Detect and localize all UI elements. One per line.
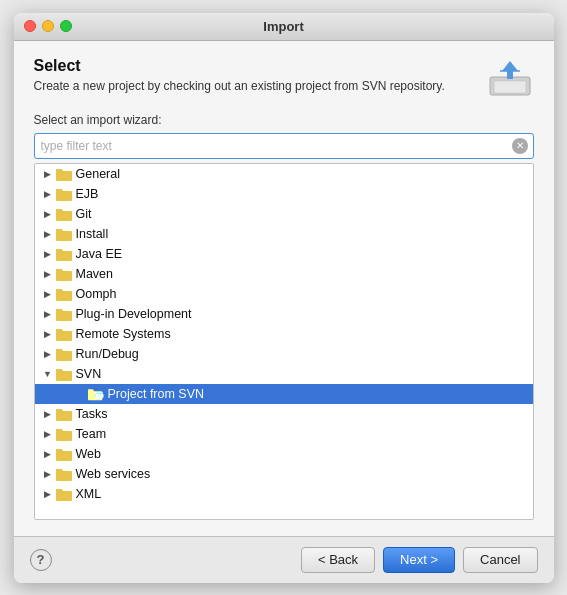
maximize-button[interactable] (60, 20, 72, 32)
footer-buttons: < Back Next > Cancel (301, 547, 538, 573)
item-label-tasks: Tasks (76, 407, 527, 421)
item-icon-run-debug (56, 346, 72, 362)
item-icon-tasks (56, 406, 72, 422)
item-label-oomph: Oomph (76, 287, 527, 301)
tree-item-install[interactable]: ▶ Install (35, 224, 533, 244)
item-label-remote-systems: Remote Systems (76, 327, 527, 341)
tree-item-xml[interactable]: ▶ XML (35, 484, 533, 504)
item-label-java-ee: Java EE (76, 247, 527, 261)
header-section: Select Create a new project by checking … (34, 57, 534, 99)
tree-item-java-ee[interactable]: ▶ Java EE (35, 244, 533, 264)
item-icon-svn (56, 366, 72, 382)
svg-text:SVN: SVN (96, 393, 104, 398)
toggle-icon-remote-systems: ▶ (41, 327, 55, 341)
filter-clear-button[interactable]: ✕ (512, 138, 528, 154)
import-dialog: Import Select Create a new project by ch… (14, 13, 554, 583)
item-icon-oomph (56, 286, 72, 302)
window-controls (24, 20, 72, 32)
item-icon-ejb (56, 186, 72, 202)
tree-item-svn[interactable]: ▼ SVN (35, 364, 533, 384)
item-label-xml: XML (76, 487, 527, 501)
next-button[interactable]: Next > (383, 547, 455, 573)
item-icon-maven (56, 266, 72, 282)
toggle-icon-maven: ▶ (41, 267, 55, 281)
item-icon-git (56, 206, 72, 222)
svg-rect-1 (494, 81, 526, 93)
toggle-icon-install: ▶ (41, 227, 55, 241)
import-wizard-tree: ▶ General▶ EJB▶ Git▶ Install▶ Java EE▶ M… (34, 163, 534, 520)
footer-left: ? (30, 549, 52, 571)
filter-container: ✕ (34, 133, 534, 159)
item-icon-web (56, 446, 72, 462)
tree-item-plugin-dev[interactable]: ▶ Plug-in Development (35, 304, 533, 324)
tree-item-web[interactable]: ▶ Web (35, 444, 533, 464)
tree-item-web-services[interactable]: ▶ Web services (35, 464, 533, 484)
item-icon-remote-systems (56, 326, 72, 342)
item-icon-team (56, 426, 72, 442)
toggle-icon-team: ▶ (41, 427, 55, 441)
item-label-web: Web (76, 447, 527, 461)
tree-item-ejb[interactable]: ▶ EJB (35, 184, 533, 204)
title-bar: Import (14, 13, 554, 41)
toggle-icon-oomph: ▶ (41, 287, 55, 301)
item-icon-plugin-dev (56, 306, 72, 322)
tree-item-team[interactable]: ▶ Team (35, 424, 533, 444)
svn-checkout-icon (486, 57, 534, 99)
tree-item-oomph[interactable]: ▶ Oomph (35, 284, 533, 304)
minimize-button[interactable] (42, 20, 54, 32)
page-description: Create a new project by checking out an … (34, 79, 445, 93)
tree-item-remote-systems[interactable]: ▶ Remote Systems (35, 324, 533, 344)
item-label-web-services: Web services (76, 467, 527, 481)
window-title: Import (263, 19, 303, 34)
toggle-icon-run-debug: ▶ (41, 347, 55, 361)
item-icon-install (56, 226, 72, 242)
item-label-git: Git (76, 207, 527, 221)
tree-item-maven[interactable]: ▶ Maven (35, 264, 533, 284)
item-icon-project-from-svn: SVN (88, 386, 104, 402)
tree-item-git[interactable]: ▶ Git (35, 204, 533, 224)
item-label-ejb: EJB (76, 187, 527, 201)
toggle-icon-web: ▶ (41, 447, 55, 461)
toggle-icon-git: ▶ (41, 207, 55, 221)
item-icon-xml (56, 486, 72, 502)
toggle-icon-web-services: ▶ (41, 467, 55, 481)
item-label-maven: Maven (76, 267, 527, 281)
toggle-icon-svn: ▼ (41, 367, 55, 381)
close-button[interactable] (24, 20, 36, 32)
toggle-icon-tasks: ▶ (41, 407, 55, 421)
dialog-content: Select Create a new project by checking … (14, 41, 554, 536)
item-label-project-from-svn: Project from SVN (108, 387, 527, 401)
svg-marker-2 (502, 61, 518, 79)
toggle-icon-project-from-svn (73, 387, 87, 401)
item-icon-web-services (56, 466, 72, 482)
item-icon-general (56, 166, 72, 182)
tree-item-project-from-svn[interactable]: SVN Project from SVN (35, 384, 533, 404)
header-text: Select Create a new project by checking … (34, 57, 445, 93)
toggle-icon-general: ▶ (41, 167, 55, 181)
tree-item-run-debug[interactable]: ▶ Run/Debug (35, 344, 533, 364)
item-label-run-debug: Run/Debug (76, 347, 527, 361)
toggle-icon-xml: ▶ (41, 487, 55, 501)
page-title: Select (34, 57, 445, 75)
wizard-label: Select an import wizard: (34, 113, 534, 127)
item-label-install: Install (76, 227, 527, 241)
item-label-team: Team (76, 427, 527, 441)
item-label-general: General (76, 167, 527, 181)
dialog-footer: ? < Back Next > Cancel (14, 536, 554, 583)
item-icon-java-ee (56, 246, 72, 262)
item-label-svn: SVN (76, 367, 527, 381)
filter-input[interactable] (34, 133, 534, 159)
tree-item-general[interactable]: ▶ General (35, 164, 533, 184)
toggle-icon-plugin-dev: ▶ (41, 307, 55, 321)
help-button[interactable]: ? (30, 549, 52, 571)
toggle-icon-java-ee: ▶ (41, 247, 55, 261)
cancel-button[interactable]: Cancel (463, 547, 537, 573)
toggle-icon-ejb: ▶ (41, 187, 55, 201)
back-button[interactable]: < Back (301, 547, 375, 573)
item-label-plugin-dev: Plug-in Development (76, 307, 527, 321)
tree-item-tasks[interactable]: ▶ Tasks (35, 404, 533, 424)
